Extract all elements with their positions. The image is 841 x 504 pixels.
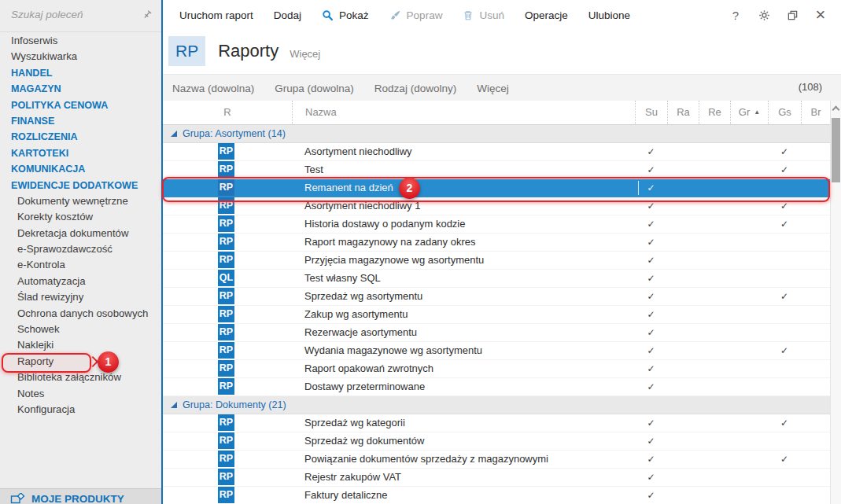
report-type-icon-ql: QL [218,270,234,286]
table-row-zakup-wg-asortymentu[interactable]: RPZakup wg asortymentu✓ [163,306,831,324]
sidebar-item-polityka-cenowa[interactable]: POLITYKA CENOWA [0,97,161,113]
sidebar-item-biblioteka-załączników[interactable]: Biblioteka załączników [0,370,161,385]
table-row-historia-dostawy-o-podanym-kodzie[interactable]: RPHistoria dostawy o podanym kodzie✓✓ [163,215,831,234]
sidebar-item-automatyzacja[interactable]: Automatyzacja [0,274,161,289]
checkmark-su: ✓ [635,342,667,359]
report-name: Historia dostawy o podanym kodzie [304,215,466,233]
column-label: Nazwa [305,106,337,118]
column-header-gr[interactable]: Gr▲ [730,101,768,124]
header-more-link[interactable]: Więcej [290,48,320,60]
sidebar-item-rozliczenia[interactable]: ROZLICZENIA [0,129,161,145]
close-icon[interactable]: × [813,6,828,24]
sidebar-item-dokumenty-wewnętrzne[interactable]: Dokumenty wewnętrzne [0,193,161,209]
toolbar-label: Ulubione [588,9,630,21]
sidebar-item-notes[interactable]: Notes [0,386,161,402]
toolbar-ulubione[interactable]: Ulubione [578,0,640,30]
scrollbar-thumb[interactable] [832,118,840,182]
filter-rodzaj-dowolny[interactable]: Rodzaj (dowolny) [374,83,456,94]
toolbar-dodaj[interactable]: Dodaj [264,0,312,30]
report-name: Sprzedaż wg asortymentu [304,288,422,305]
sidebar-item-komunikacja[interactable]: KOMUNIKACJA [0,161,161,177]
report-name: Sprzedaż wg kategorii [304,414,405,432]
sidebar-item-ślad-rewizyjny[interactable]: Ślad rewizyjny [0,289,161,305]
checkmark-su: ✓ [635,469,667,486]
group-header-grupa-dokumenty-21[interactable]: Grupa: Dokumenty (21) [163,396,831,414]
filter-grupa-dowolna[interactable]: Grupa (dowolna) [275,83,354,94]
table-row-powiązanie-dokumentów-sprzedaży-z-magazynowymi[interactable]: RPPowiązanie dokumentów sprzedaży z maga… [163,451,831,469]
sidebar-footer[interactable]: MOJE PRODUKTY [0,488,161,504]
sidebar-item-ochrona-danych-osobowych[interactable]: Ochrona danych osobowych [0,306,161,322]
sidebar-item-kartoteki[interactable]: KARTOTEKI [0,145,161,161]
column-header-gs[interactable]: Gs [768,101,801,124]
column-header-br[interactable]: Br [801,101,831,124]
table-row-faktury-detaliczne[interactable]: RPFaktury detaliczne✓ [163,487,831,504]
table-row-test-własny-sql[interactable]: QLTest własny SQL✓ [163,270,831,288]
table-row-asortyment-niechodliwy-1[interactable]: RPAsortyment niechodliwy 1✓✓ [163,197,831,215]
sidebar-item-e-kontrola[interactable]: e-Kontrola [0,257,161,273]
sidebar-item-naklejki[interactable]: Naklejki [0,337,161,353]
toolbar-pokaż[interactable]: Pokaż [312,0,379,30]
column-header-r[interactable]: R [163,101,292,124]
sidebar-item-e-sprawozdawczość[interactable]: e-Sprawozdawczość [0,241,161,257]
sidebar-item-magazyn[interactable]: MAGAZYN [0,81,161,97]
table-row-wydania-magazynowe-wg-asortymentu[interactable]: RPWydania magazynowe wg asortymentu✓✓ [163,342,831,360]
table-row-rejestr-zakupów-vat[interactable]: RPRejestr zakupów VAT✓ [163,469,831,487]
group-expand-icon [171,131,177,137]
sidebar-item-handel[interactable]: HANDEL [0,65,161,81]
sidebar-item-infoserwis[interactable]: Infoserwis [0,33,161,49]
checkmark-gs: ✓ [768,342,801,359]
pin-icon[interactable] [142,9,153,23]
checkmark-gs: ✓ [768,143,801,160]
product-box-icon [10,493,25,504]
table-row-remanent-na-dzień[interactable]: RPRemanent na dzień✓ [163,179,831,197]
table-row-asortyment-niechodliwy[interactable]: RPAsortyment niechodliwy✓✓ [163,143,831,161]
group-header-grupa-asortyment-14[interactable]: Grupa: Asortyment (14) [163,125,831,143]
sidebar-item-dekretacja-dokumentów[interactable]: Dekretacja dokumentów [0,226,161,241]
filter-nazwa-dowolna[interactable]: Nazwa (dowolna) [172,83,254,94]
report-type-icon-rp: RP [218,414,234,431]
restore-icon[interactable] [784,6,800,24]
column-label: Gs [778,106,791,118]
report-type-icon-rp: RP [218,288,234,304]
toolbar-uruchom-raport[interactable]: Uruchom raport [169,0,264,30]
column-header-ra[interactable]: Ra [667,101,699,124]
settings-icon[interactable] [756,6,772,24]
search-icon [322,9,334,21]
sidebar-item-konfiguracja[interactable]: Konfiguracja [0,402,161,418]
report-type-icon-rp: RP [218,179,234,196]
sidebar-item-finanse[interactable]: FINANSE [0,113,161,129]
table-row-test[interactable]: RPTest✓✓ [163,161,831,179]
table-row-raport-magazynowy-na-zadany-okres[interactable]: RPRaport magazynowy na zadany okres✓ [163,234,831,252]
table-row-sprzedaż-wg-asortymentu[interactable]: RPSprzedaż wg asortymentu✓✓ [163,288,831,306]
scroll-up-icon[interactable] [832,106,840,114]
column-header-re[interactable]: Re [699,101,730,124]
toolbar: Uruchom raportDodajPokażPoprawUsuńOperac… [163,0,841,31]
checkmark-gs: ✓ [768,288,801,305]
table-row-dostawy-przeterminowane[interactable]: RPDostawy przeterminowane✓ [163,378,831,396]
column-header-nazwa[interactable]: Nazwa [292,101,635,124]
report-name: Zakup wg asortymentu [304,306,408,323]
table-row-sprzedaż-wg-dokumentów[interactable]: RPSprzedaż wg dokumentów✓ [163,432,831,451]
sidebar-item-korekty-kosztów[interactable]: Korekty kosztów [0,209,161,225]
column-header-su[interactable]: Su [635,101,667,124]
table-row-przyjęcia-magazynowe-wg-asortymentu[interactable]: RPPrzyjęcia magazynowe wg asortymentu✓ [163,252,831,270]
help-icon[interactable]: ? [728,6,743,24]
vertical-scrollbar[interactable] [830,101,841,504]
filter-więcej[interactable]: Więcej [477,83,509,94]
sidebar-item-schowek[interactable]: Schowek [0,322,161,337]
sidebar-item-ewidencje-dodatkowe[interactable]: EWIDENCJE DODATKOWE [0,178,161,193]
sidebar-item-raporty[interactable]: Raporty [0,354,161,370]
command-search-input[interactable]: Szukaj poleceń [0,0,161,32]
column-label: Gr [739,106,750,118]
sidebar-item-wyszukiwarka[interactable]: Wyszukiwarka [0,49,161,64]
checkmark-su: ✓ [635,414,667,432]
report-type-icon-rp: RP [218,161,234,178]
report-name: Wydania magazynowe wg asortymentu [304,342,482,359]
table-row-raport-opakowań-zwrotnych[interactable]: RPRaport opakowań zwrotnych✓ [163,360,831,378]
checkmark-gs: ✓ [768,451,801,468]
report-name: Przyjęcia magazynowe wg asortymentu [304,252,484,269]
checkmark-su: ✓ [635,451,667,468]
table-row-rezerwacje-asortymentu[interactable]: RPRezerwacje asortymentu✓ [163,324,831,342]
table-row-sprzedaż-wg-kategorii[interactable]: RPSprzedaż wg kategorii✓✓ [163,414,831,432]
toolbar-operacje[interactable]: Operacje [515,0,578,30]
